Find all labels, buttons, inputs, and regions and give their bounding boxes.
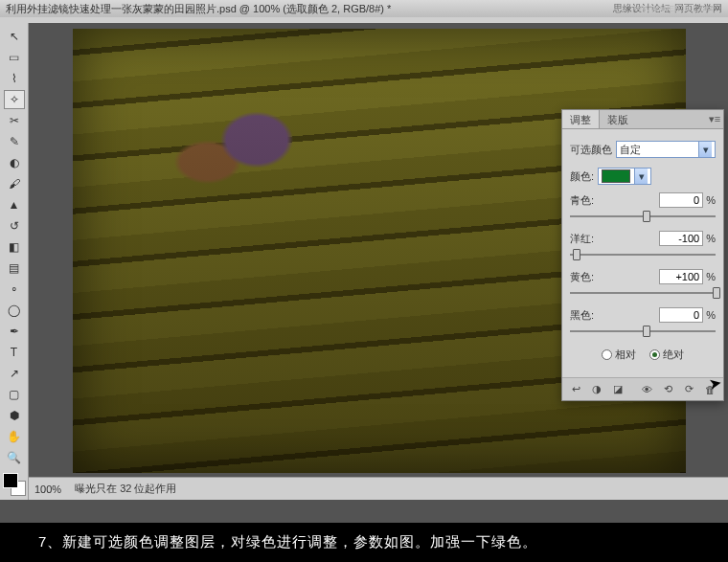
- color-swatches[interactable]: [3, 473, 26, 496]
- preset-dropdown[interactable]: 自定 ▾: [616, 141, 716, 158]
- black-label: 黑色:: [570, 308, 594, 323]
- type-tool-icon[interactable]: T: [4, 343, 25, 362]
- cyan-label: 青色:: [570, 193, 594, 208]
- magenta-slider-row: 洋红: %: [570, 231, 716, 261]
- status-bar: 100% 曝光只在 32 位起作用: [29, 477, 728, 500]
- adjustments-panel: 调整 装版 ▾≡ 可选颜色 自定 ▾ 颜色:: [561, 109, 724, 401]
- gradient-tool-icon[interactable]: ▤: [4, 259, 25, 278]
- radio-dot-icon: [602, 349, 612, 360]
- yellow-slider-row: 黄色: %: [570, 269, 716, 300]
- shape-tool-icon[interactable]: ▢: [4, 385, 25, 404]
- radio-absolute-label: 绝对: [663, 348, 684, 362]
- workarea: ↖ ▭ ⌇ ✧ ✂ ✎ ◐ 🖌 ▲ ↺ ◧ ▤ ∘ ◯ ✒ T ↗ ▢ ⬢ ✋ …: [0, 23, 728, 500]
- pct-label: %: [706, 309, 716, 321]
- blur-tool-icon[interactable]: ∘: [4, 280, 25, 299]
- yellow-slider[interactable]: [570, 286, 716, 300]
- lasso-tool-icon[interactable]: ⌇: [4, 69, 25, 88]
- back-icon[interactable]: ↩: [568, 382, 583, 397]
- 3d-tool-icon[interactable]: ⬢: [4, 406, 25, 425]
- radio-absolute[interactable]: 绝对: [649, 348, 684, 362]
- magenta-input[interactable]: [659, 231, 703, 246]
- yellow-slider-thumb[interactable]: [713, 287, 720, 299]
- tab-masks[interactable]: 装版: [600, 110, 636, 128]
- panel-footer: ↩ ◑ ◪ 👁 ⟲ ⟳ 🗑: [562, 377, 723, 400]
- document-title: 利用外挂滤镜快速处理一张灰蒙蒙的田园照片.psd @ 100% (选取颜色 2,…: [6, 2, 391, 16]
- panel-tabs: 调整 装版 ▾≡: [562, 110, 723, 129]
- black-slider-thumb[interactable]: [643, 326, 650, 337]
- color-label: 颜色:: [570, 169, 594, 184]
- black-input[interactable]: [659, 307, 703, 323]
- color-dropdown[interactable]: ▾: [598, 168, 651, 185]
- cyan-slider[interactable]: [570, 210, 716, 223]
- cyan-input[interactable]: [659, 192, 703, 208]
- brush-tool-icon[interactable]: 🖌: [4, 174, 25, 193]
- pen-tool-icon[interactable]: ✒: [4, 322, 25, 341]
- magenta-label: 洋红:: [570, 232, 594, 246]
- yellow-input[interactable]: [659, 269, 703, 284]
- color-swatch-green: [602, 169, 630, 183]
- panel-body: 可选颜色 自定 ▾ 颜色: ▾ 绿色: [562, 129, 723, 377]
- magenta-slider-thumb[interactable]: [573, 249, 580, 260]
- eyedropper-tool-icon[interactable]: ✎: [4, 132, 25, 151]
- history-brush-tool-icon[interactable]: ↺: [4, 216, 25, 236]
- radio-dot-icon: [649, 349, 660, 360]
- zoom-tool-icon[interactable]: 🔍: [4, 448, 25, 467]
- watermark-url: WWW.WEBJX.COM: [634, 5, 713, 14]
- visibility-icon[interactable]: 👁: [639, 382, 654, 397]
- titlebar: 利用外挂滤镜快速处理一张灰蒙蒙的田园照片.psd @ 100% (选取颜色 2,…: [0, 0, 728, 17]
- tool-palette: ↖ ▭ ⌇ ✧ ✂ ✎ ◐ 🖌 ▲ ↺ ◧ ▤ ∘ ◯ ✒ T ↗ ▢ ⬢ ✋ …: [0, 23, 29, 500]
- cyan-slider-thumb[interactable]: [643, 211, 650, 222]
- healing-brush-tool-icon[interactable]: ◐: [4, 153, 25, 172]
- move-tool-icon[interactable]: ↖: [4, 27, 25, 46]
- tab-adjustments[interactable]: 调整: [562, 110, 600, 128]
- chevron-down-icon: ▾: [634, 169, 648, 184]
- adjust-type-label: 可选颜色: [570, 143, 612, 157]
- foreground-color-swatch[interactable]: [3, 473, 18, 488]
- clone-stamp-tool-icon[interactable]: ▲: [4, 195, 25, 214]
- pct-label: %: [706, 194, 716, 206]
- yellow-label: 黄色:: [570, 270, 594, 284]
- method-radio-group: 相对 绝对: [570, 348, 716, 362]
- preset-value: 自定: [620, 143, 641, 157]
- radio-relative-label: 相对: [615, 348, 636, 362]
- path-select-tool-icon[interactable]: ↗: [4, 364, 25, 383]
- prev-state-icon[interactable]: ⟲: [660, 382, 675, 397]
- radio-relative[interactable]: 相对: [602, 348, 636, 362]
- clip-icon[interactable]: ◪: [610, 382, 626, 397]
- marquee-tool-icon[interactable]: ▭: [4, 48, 25, 67]
- pct-label: %: [706, 233, 716, 244]
- pct-label: %: [706, 271, 716, 282]
- status-hint: 曝光只在 32 位起作用: [75, 482, 176, 496]
- hand-tool-icon[interactable]: ✋: [4, 427, 25, 446]
- black-slider[interactable]: [570, 325, 716, 338]
- eraser-tool-icon[interactable]: ◧: [4, 237, 25, 257]
- crop-tool-icon[interactable]: ✂: [4, 111, 25, 130]
- panel-menu-icon[interactable]: ▾≡: [708, 112, 721, 125]
- chevron-down-icon: ▾: [698, 142, 712, 157]
- adjust-icon[interactable]: ◑: [589, 382, 604, 397]
- delete-icon[interactable]: 🗑: [702, 382, 717, 397]
- reset-icon[interactable]: ⟳: [681, 382, 696, 397]
- tutorial-caption: 7、新建可选颜色调整图层，对绿色进行调整，参数如图。加强一下绿色。: [0, 523, 728, 562]
- magenta-slider[interactable]: [570, 248, 716, 261]
- magic-wand-tool-icon[interactable]: ✧: [4, 90, 25, 109]
- black-slider-row: 黑色: %: [570, 307, 716, 338]
- photoshop-window: 利用外挂滤镜快速处理一张灰蒙蒙的田园照片.psd @ 100% (选取颜色 2,…: [0, 0, 728, 523]
- dodge-tool-icon[interactable]: ◯: [4, 301, 25, 320]
- zoom-level[interactable]: 100%: [34, 483, 61, 495]
- cyan-slider-row: 青色: %: [570, 192, 716, 223]
